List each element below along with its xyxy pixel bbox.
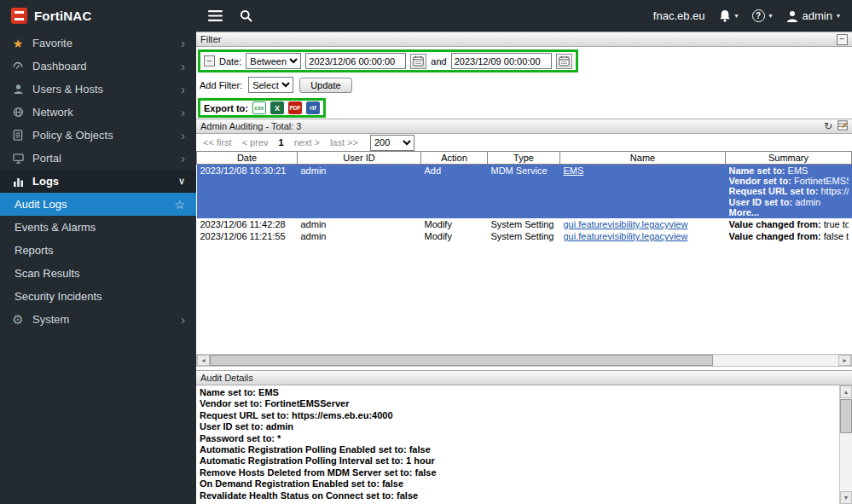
detail-value: false [382, 478, 403, 489]
update-button[interactable]: Update [299, 78, 351, 93]
cell-name: gui.featurevisibility.legacyview [560, 218, 726, 230]
sidebar-item-policy-objects[interactable]: Policy & Objects › [0, 124, 196, 147]
audit-table: Date User ID Action Type Name Summary 20… [196, 151, 852, 242]
fortinac-logo-icon [11, 8, 27, 24]
calendar-icon[interactable] [410, 54, 426, 69]
notifications-menu[interactable]: ▾ [719, 9, 739, 22]
sidebar-item-dashboard[interactable]: Dashboard › [0, 55, 196, 78]
prev-page-link[interactable]: < prev [242, 137, 269, 148]
chevron-down-icon: ∨ [178, 177, 185, 186]
horizontal-scrollbar[interactable]: ◄ ► [196, 354, 852, 367]
scroll-left-button[interactable]: ◄ [197, 355, 210, 366]
page-size-select[interactable]: 200 [370, 135, 414, 151]
add-filter-select[interactable]: Select [248, 77, 293, 93]
cell-date: 2023/12/06 11:21:55 [197, 230, 298, 242]
detail-line: Name set to: EMS [200, 387, 835, 398]
scrollbar-thumb[interactable] [210, 355, 713, 366]
table-header-actions: ↻ [824, 120, 848, 132]
column-header-user-id[interactable]: User ID [298, 152, 421, 165]
scrollbar-track[interactable] [210, 355, 838, 366]
summary-value: false to: true [824, 231, 849, 241]
sidebar-item-system[interactable]: ⚙ System › [0, 308, 196, 331]
help-menu[interactable]: ? ▾ [752, 9, 773, 22]
sidebar-item-scan-results[interactable]: Scan Results [0, 262, 196, 285]
detail-value: 1 hour [406, 455, 435, 466]
column-header-type[interactable]: Type [488, 152, 560, 165]
vertical-scrollbar[interactable]: ▲ ▼ [839, 385, 852, 504]
detail-label: Request URL set to: [200, 410, 289, 420]
sidebar-item-label: Policy & Objects [32, 129, 113, 142]
summary-label: Request URL set to: [729, 186, 819, 196]
export-group: Export to: csv X PDF rtf [198, 98, 326, 118]
sidebar-item-security-incidents[interactable]: Security Incidents [0, 285, 196, 308]
sidebar-item-favorite[interactable]: ★ Favorite › [0, 32, 196, 55]
detail-label: Automatic Registration Polling Enabled s… [200, 444, 407, 455]
summary-value: admin [795, 197, 820, 207]
excel-icon[interactable]: X [270, 101, 284, 114]
sidebar-item-events-alarms[interactable]: Events & Alarms [0, 216, 196, 239]
column-header-name[interactable]: Name [560, 152, 726, 165]
rtf-icon[interactable]: rtf [306, 101, 320, 114]
summary-value: EMS [788, 165, 809, 176]
date-filter-group: − Date: Between and [198, 49, 578, 72]
menu-icon[interactable] [208, 10, 223, 21]
more-link[interactable]: More... [729, 207, 759, 217]
scroll-down-button[interactable]: ▼ [840, 491, 852, 504]
audit-details-panel: Audit Details Name set to: EMS Vendor se… [196, 370, 852, 504]
user-menu[interactable]: admin ▾ [786, 9, 840, 22]
date-to-input[interactable] [451, 53, 552, 69]
scroll-up-button[interactable]: ▲ [840, 385, 852, 398]
column-header-summary[interactable]: Summary [726, 152, 852, 165]
collapse-filter-button[interactable]: − [837, 34, 848, 45]
refresh-icon[interactable]: ↻ [824, 121, 832, 131]
cell-summary: Value changed from: true to: false [726, 218, 852, 230]
sidebar-item-audit-logs[interactable]: Audit Logs ☆ [0, 193, 196, 216]
sidebar-item-logs[interactable]: Logs ∨ [0, 170, 196, 193]
next-page-link[interactable]: next > [294, 137, 320, 148]
last-page-link[interactable]: last >> [330, 137, 358, 148]
cell-action: Modify [421, 218, 488, 230]
pdf-icon[interactable]: PDF [288, 101, 302, 114]
sidebar-item-users-hosts[interactable]: Users & Hosts › [0, 78, 196, 101]
column-header-action[interactable]: Action [421, 152, 488, 165]
column-header-date[interactable]: Date [197, 152, 298, 165]
date-from-input[interactable] [305, 53, 406, 69]
cell-type: MDM Service [488, 165, 560, 218]
cell-user-id: admin [298, 230, 421, 242]
detail-label: Password set to: [200, 433, 275, 443]
detail-label: Automatic Registration Polling Interval … [200, 455, 403, 466]
report-icon[interactable] [838, 120, 848, 132]
detail-value: * [277, 433, 281, 443]
sidebar-item-network[interactable]: Network › [0, 101, 196, 124]
first-page-link[interactable]: << first [203, 137, 232, 148]
date-operator-select[interactable]: Between [246, 53, 301, 69]
scrollbar-track[interactable] [840, 398, 852, 491]
table-row[interactable]: 2023/12/06 11:42:28 admin Modify System … [197, 218, 852, 230]
calendar-icon[interactable] [556, 54, 572, 69]
chevron-right-icon: › [181, 37, 185, 49]
name-link[interactable]: gui.featurevisibility.legacyview [564, 231, 688, 241]
remove-date-filter-button[interactable]: − [204, 55, 215, 67]
scroll-right-button[interactable]: ► [838, 355, 851, 366]
bar-chart-icon [11, 177, 25, 187]
brand-name: FortiNAC [34, 9, 91, 23]
csv-icon[interactable]: csv [252, 101, 266, 114]
name-link[interactable]: EMS [564, 165, 584, 176]
detail-line: Automatic Registration Polling Enabled s… [200, 444, 835, 455]
sidebar-item-reports[interactable]: Reports [0, 239, 196, 262]
detail-value: FortinetEMSServer [264, 398, 349, 408]
scrollbar-thumb[interactable] [840, 399, 852, 433]
table-row[interactable]: 2023/12/06 11:21:55 admin Modify System … [197, 230, 852, 242]
sidebar-item-portal[interactable]: Portal › [0, 147, 196, 170]
table-row[interactable]: 2023/12/08 16:30:21 admin Add MDM Servic… [197, 165, 852, 218]
cell-action: Add [421, 165, 488, 218]
bell-icon [719, 9, 731, 22]
and-label: and [431, 56, 446, 67]
star-outline-icon[interactable]: ☆ [174, 199, 185, 211]
search-icon[interactable] [240, 9, 252, 22]
chevron-right-icon: › [181, 106, 185, 119]
summary-label: Name set to: [729, 165, 785, 176]
audit-table-panel: Admin Auditing - Total: 3 ↻ << first < p… [196, 119, 852, 367]
user-icon [11, 84, 25, 95]
name-link[interactable]: gui.featurevisibility.legacyview [564, 219, 688, 229]
